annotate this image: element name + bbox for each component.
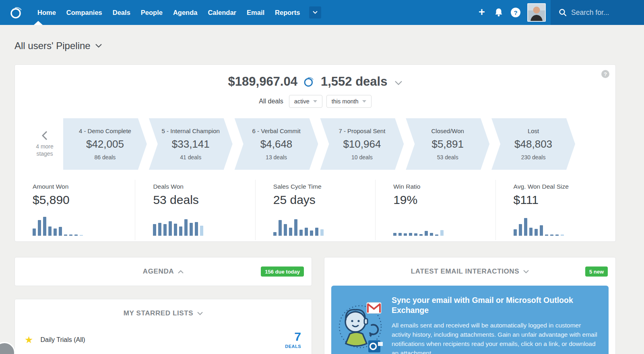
avatar-photo	[528, 4, 545, 21]
nav-right-actions: + ? Search for...	[473, 0, 644, 25]
spark-bar	[561, 235, 564, 236]
chevron-down-icon	[197, 312, 203, 315]
mini-bar-chart	[514, 215, 611, 236]
notifications-button[interactable]	[490, 0, 507, 25]
agenda-header[interactable]: AGENDA 156 due today	[15, 257, 312, 286]
spark-bar	[190, 223, 193, 236]
top-navigation-bar: Home Companies Deals People Agenda Calen…	[0, 0, 644, 25]
spark-bar	[414, 233, 417, 236]
stage-proposal-sent[interactable]: 7 - Proposal Sent $10,964 10 deals	[320, 118, 404, 170]
nav-overflow-button[interactable]	[309, 6, 321, 19]
spark-bar	[195, 222, 198, 236]
chevron-down-icon	[95, 44, 102, 48]
help-button[interactable]: ?	[507, 0, 524, 25]
deal-count-number: 7	[294, 331, 301, 343]
starred-list-name: Daily Trials (All)	[41, 336, 85, 344]
spark-bar	[550, 235, 553, 236]
stage-lost[interactable]: Lost $48,803 230 deals	[491, 118, 575, 170]
spark-bar	[169, 221, 172, 236]
starred-list-item[interactable]: ★ Daily Trials (All) 7 DEALS	[15, 327, 312, 354]
nav-item-companies[interactable]: Companies	[61, 9, 107, 16]
chevron-up-icon	[178, 270, 184, 274]
stage-deal-count: 13 deals	[266, 154, 287, 161]
nav-menu: Home Companies Deals People Agenda Calen…	[32, 9, 305, 16]
spark-bar	[398, 233, 402, 236]
chevron-down-icon	[523, 270, 529, 274]
chat-widget-button[interactable]	[0, 342, 15, 354]
pipeline-selector[interactable]: All users' Pipeline	[14, 36, 616, 56]
email-interactions-card: LATEST EMAIL INTERACTIONS 5 new	[324, 257, 616, 354]
spark-bar	[315, 228, 318, 236]
spark-bar	[163, 224, 167, 236]
stage-closed-won[interactable]: Closed/Won $5,891 53 deals	[406, 118, 489, 170]
email-sync-promo[interactable]: Sync your email with Gmail or Microsoft …	[331, 286, 609, 354]
mini-bar-chart	[153, 215, 251, 236]
nav-item-home[interactable]: Home	[32, 9, 61, 16]
spark-bar	[80, 235, 83, 236]
stage-demo-complete[interactable]: 4 - Demo Complete $42,005 86 deals	[63, 118, 147, 170]
swirl-logo-icon	[9, 5, 24, 20]
spark-bar	[519, 224, 522, 236]
spark-bar	[535, 229, 538, 236]
pipeline-headline[interactable]: $189,967.04 1,552 deals	[15, 65, 615, 89]
user-avatar[interactable]	[527, 3, 546, 22]
stage-deal-count: 86 deals	[94, 154, 116, 161]
stage-amount: $48,803	[514, 138, 552, 150]
stats-help-button[interactable]: ?	[601, 70, 609, 78]
spark-bar	[310, 231, 313, 236]
chevron-down-icon	[313, 100, 317, 103]
spark-bar	[294, 219, 297, 236]
stage-name: 6 - Verbal Commit	[252, 128, 301, 134]
stage-name: 7 - Proposal Sent	[339, 128, 385, 134]
chevron-left-icon	[42, 131, 47, 140]
spark-bar	[74, 235, 78, 236]
spark-bar	[59, 227, 62, 236]
more-stages-button[interactable]: 4 more stages	[26, 118, 63, 170]
spark-bar	[289, 228, 292, 236]
spark-bar	[43, 217, 46, 236]
period-filter-dropdown[interactable]: this month	[326, 95, 372, 108]
spark-bar	[435, 235, 438, 236]
page-content: All users' Pipeline $189,967.04 1,552 de…	[14, 36, 616, 354]
question-mark-icon: ?	[511, 8, 520, 17]
stat-label: Avg. Won Deal Size	[514, 183, 611, 190]
bell-icon	[494, 8, 503, 17]
add-new-button[interactable]: +	[473, 0, 490, 25]
stage-name: Lost	[528, 128, 539, 134]
spark-bar	[409, 233, 412, 236]
status-filter-dropdown[interactable]: active	[289, 95, 322, 108]
spark-bar	[69, 235, 72, 236]
spark-bar	[440, 230, 444, 236]
plus-icon: +	[479, 7, 485, 18]
nav-item-calendar[interactable]: Calendar	[202, 9, 242, 16]
stage-internal-champion[interactable]: 5 - Internal Champion $33,141 41 deals	[149, 118, 233, 170]
stat-label: Deals Won	[153, 183, 251, 190]
stat-value: 53 deals	[153, 193, 251, 207]
nav-item-people[interactable]: People	[136, 9, 168, 16]
status-filter-value: active	[294, 98, 310, 105]
spark-bar	[273, 232, 277, 236]
starred-lists-header[interactable]: MY STARRED LISTS	[15, 299, 312, 327]
spark-bar	[184, 219, 188, 236]
global-search[interactable]: Search for...	[551, 0, 644, 25]
starred-lists-title: MY STARRED LISTS	[124, 309, 193, 317]
nav-item-deals[interactable]: Deals	[107, 9, 136, 16]
stage-amount: $42,005	[86, 138, 124, 150]
mini-bar-chart	[393, 215, 491, 236]
email-sync-text: Sync your email with Gmail or Microsoft …	[392, 295, 598, 354]
nav-item-agenda[interactable]: Agenda	[168, 9, 203, 16]
star-icon: ★	[25, 335, 33, 345]
nav-item-reports[interactable]: Reports	[270, 9, 305, 16]
stage-verbal-commit[interactable]: 6 - Verbal Commit $4,648 13 deals	[235, 118, 318, 170]
pipeline-stats: Amount Won $5,890 Deals Won 53 deals Sal…	[15, 180, 615, 240]
spark-bar	[425, 231, 428, 236]
spark-bar	[529, 228, 533, 236]
spark-bar	[64, 235, 67, 236]
active-tab-pointer	[34, 21, 43, 25]
pipeline-total-value: $189,967.04	[228, 74, 297, 89]
app-logo[interactable]	[9, 5, 24, 20]
email-interactions-header[interactable]: LATEST EMAIL INTERACTIONS 5 new	[324, 257, 615, 286]
email-new-badge: 5 new	[585, 267, 608, 277]
search-icon	[559, 8, 567, 16]
nav-item-email[interactable]: Email	[242, 9, 270, 16]
